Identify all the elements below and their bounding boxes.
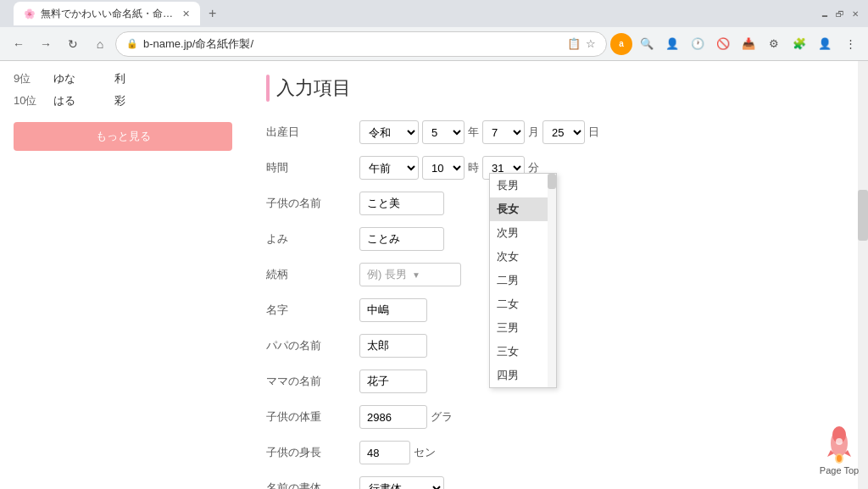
hour-select[interactable]: 10 [422, 156, 465, 180]
svg-point-6 [837, 455, 842, 462]
height-unit: セン [414, 445, 436, 460]
tab-title: 無料でかわいい命名紙・命名書が作 [41, 7, 177, 21]
new-tab-button[interactable]: + [200, 2, 225, 25]
address-bar[interactable]: 🔒 b-name.jp/命名紙作製/ 📋 ☆ [115, 31, 607, 57]
dropdown-item-shinan[interactable]: 四男 [490, 364, 556, 387]
weight-control: グラ [359, 405, 848, 429]
svg-point-2 [836, 438, 843, 445]
surname-label: 名字 [266, 303, 359, 318]
height-input[interactable] [359, 441, 410, 464]
rank-reading: ゆな [53, 71, 104, 86]
dropdown-item-ninan[interactable]: 二男 [490, 269, 556, 292]
url-display: b-name.jp/命名紙作製/ [143, 36, 562, 52]
dropdown-arrow-icon: ▼ [412, 270, 420, 280]
ampm-select[interactable]: 午前午後 [359, 156, 419, 180]
list-item: 9位 ゆな 利 [14, 68, 232, 90]
amazon-button[interactable]: a [610, 33, 632, 55]
weight-row: 子供の体重 グラ [266, 403, 848, 431]
hour-unit: 時 [468, 160, 479, 175]
birthday-label: 出産日 [266, 125, 359, 140]
year-select[interactable]: 7 [482, 120, 525, 144]
reading-input[interactable] [359, 227, 444, 251]
refresh-button[interactable]: ↻ [61, 32, 85, 56]
dropdown-item-chōnan[interactable]: 長男 [490, 174, 556, 197]
rocket-icon [819, 423, 860, 464]
minimize-button[interactable]: 🗕 [819, 8, 831, 19]
section-bar-decoration [266, 75, 270, 102]
day-select[interactable]: 25 [542, 120, 585, 144]
relationship-label: 続柄 [266, 267, 359, 282]
month-select[interactable]: 5 [422, 120, 465, 144]
navigation-bar: ← → ↻ ⌂ 🔒 b-name.jp/命名紙作製/ 📋 ☆ a 🔍 👤 🕐 🚫… [0, 27, 868, 61]
rank-kanji: 彩 [114, 93, 125, 108]
menu-button[interactable]: ⋮ [839, 33, 861, 55]
relationship-row: 続柄 例) 長男 ▼ [266, 261, 848, 288]
extensions-button[interactable]: 🧩 [788, 33, 810, 55]
title-bar: 🌸 無料でかわいい命名紙・命名書が作 ✕ + 🗕 🗗 ✕ [0, 0, 868, 27]
section-title: 入力項目 [276, 75, 351, 101]
back-button[interactable]: ← [7, 32, 31, 56]
mother-name-input[interactable] [359, 370, 427, 393]
dropdown-item-sannan[interactable]: 三男 [490, 316, 556, 340]
time-row: 時間 午前午後 10 時 31 分 [266, 154, 848, 181]
sidebar: 9位 ゆな 利 10位 はる 彩 もっと見る [0, 61, 246, 489]
dropdown-item-jijo[interactable]: 次女 [490, 245, 556, 269]
ranking-table: 9位 ゆな 利 10位 はる 彩 [14, 68, 232, 112]
search-button[interactable]: 🔍 [636, 33, 658, 55]
main-content: 入力項目 出産日 令和平成 5 年 7 月 [246, 61, 868, 489]
dropdown-item-sanjo[interactable]: 三女 [490, 340, 556, 364]
child-name-control [359, 192, 848, 215]
reading-label: よみ [266, 231, 359, 247]
scrollbar-thumb[interactable] [858, 190, 868, 241]
height-control: セン [359, 441, 848, 464]
active-tab[interactable]: 🌸 無料でかわいい命名紙・命名書が作 ✕ [14, 2, 200, 25]
forward-button[interactable]: → [34, 32, 58, 56]
mother-name-control [359, 370, 848, 393]
child-name-input[interactable] [359, 192, 444, 215]
font-control: 行書体 [359, 476, 848, 489]
child-name-row: 子供の名前 [266, 190, 848, 217]
child-name-label: 子供の名前 [266, 196, 359, 211]
height-label: 子供の身長 [266, 445, 359, 460]
account-button[interactable]: 👤 [661, 33, 683, 55]
relationship-dropdown-wrapper: 例) 長男 ▼ [359, 263, 461, 286]
dropdown-item-chōjo[interactable]: 長女 [490, 197, 556, 221]
rank-number: 9位 [14, 71, 43, 86]
window-controls: 🗕 🗗 ✕ [819, 8, 861, 19]
download-button[interactable]: 📥 [737, 33, 760, 55]
weight-label: 子供の体重 [266, 409, 359, 425]
dropdown-item-jinan[interactable]: 次男 [490, 221, 556, 245]
more-button[interactable]: もっと見る [14, 122, 232, 151]
relationship-control: 例) 長男 ▼ [359, 263, 848, 286]
month-unit: 月 [528, 125, 539, 140]
height-row: 子供の身長 セン [266, 439, 848, 466]
tab-close-button[interactable]: ✕ [182, 8, 190, 19]
font-select[interactable]: 行書体 [359, 476, 444, 489]
era-select[interactable]: 令和平成 [359, 120, 419, 144]
father-name-input[interactable] [359, 334, 427, 358]
input-form: 出産日 令和平成 5 年 7 月 25 日 [266, 119, 848, 489]
font-label: 名前の書体 [266, 481, 359, 489]
weight-input[interactable] [359, 405, 427, 429]
profile-button[interactable]: 👤 [814, 33, 836, 55]
page-content: 9位 ゆな 利 10位 はる 彩 もっと見る 入力項目 出産日 [0, 61, 868, 489]
rank-number: 10位 [14, 93, 43, 108]
nav-action-buttons: a 🔍 👤 🕐 🚫 📥 ⚙ 🧩 👤 ⋮ [610, 33, 861, 55]
home-button[interactable]: ⌂ [88, 32, 112, 56]
block-button[interactable]: 🚫 [712, 33, 734, 55]
relationship-dropdown[interactable]: 例) 長男 ▼ [359, 263, 461, 286]
maximize-button[interactable]: 🗗 [834, 8, 846, 19]
birthday-control: 令和平成 5 年 7 月 25 日 [359, 120, 848, 144]
history-button[interactable]: 🕐 [687, 33, 709, 55]
page-top-button[interactable]: Page Top [819, 423, 860, 475]
settings-button[interactable]: ⚙ [763, 33, 785, 55]
dropdown-item-hijo[interactable]: 二女 [490, 292, 556, 316]
reading-row: よみ [266, 225, 848, 253]
father-name-label: パパの名前 [266, 338, 359, 353]
surname-input[interactable] [359, 298, 427, 322]
section-header: 入力項目 [266, 75, 848, 102]
birthday-row: 出産日 令和平成 5 年 7 月 25 日 [266, 119, 848, 146]
time-label: 時間 [266, 160, 359, 175]
close-button[interactable]: ✕ [849, 8, 861, 19]
day-unit: 日 [588, 125, 599, 140]
